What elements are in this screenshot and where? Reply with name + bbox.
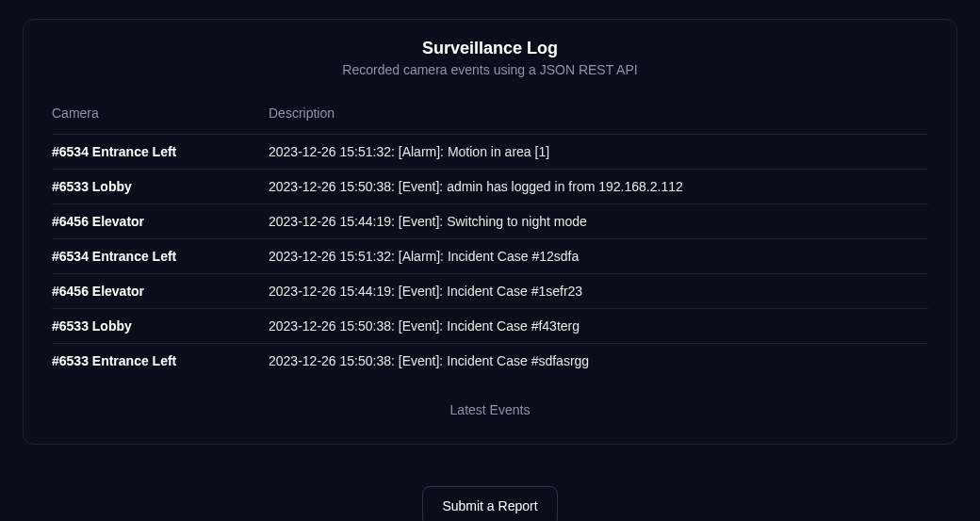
table-cell-description: 2023-12-26 15:44:19: [Event]: Incident C… (269, 274, 928, 309)
table-row: #6456 Elevator2023-12-26 15:44:19: [Even… (52, 274, 928, 309)
table-cell-description: 2023-12-26 15:50:38: [Event]: admin has … (269, 170, 928, 204)
table-header-description: Description (269, 106, 928, 135)
table-cell-camera: #6533 Entrance Left (52, 344, 269, 379)
table-row: #6533 Lobby2023-12-26 15:50:38: [Event]:… (52, 309, 928, 344)
table-caption: Latest Events (52, 402, 928, 417)
table-row: #6456 Elevator2023-12-26 15:44:19: [Even… (52, 204, 928, 239)
table-cell-camera: #6533 Lobby (52, 309, 269, 344)
table-header-camera: Camera (52, 106, 269, 135)
table-row: #6534 Entrance Left2023-12-26 15:51:32: … (52, 239, 928, 274)
table-row: #6534 Entrance Left2023-12-26 15:51:32: … (52, 135, 928, 170)
table-cell-camera: #6534 Entrance Left (52, 239, 269, 274)
table-row: #6533 Lobby2023-12-26 15:50:38: [Event]:… (52, 170, 928, 204)
submit-report-button[interactable]: Submit a Report (422, 486, 557, 521)
table-cell-description: 2023-12-26 15:50:38: [Event]: Incident C… (269, 309, 928, 344)
table-cell-description: 2023-12-26 15:51:32: [Alarm]: Incident C… (269, 239, 928, 274)
table-cell-camera: #6456 Elevator (52, 204, 269, 239)
events-table: Camera Description #6534 Entrance Left20… (52, 106, 928, 378)
table-row: #6533 Entrance Left2023-12-26 15:50:38: … (52, 344, 928, 379)
surveillance-log-card: Surveillance Log Recorded camera events … (23, 19, 957, 445)
table-cell-description: 2023-12-26 15:44:19: [Event]: Switching … (269, 204, 928, 239)
card-title: Surveillance Log (52, 39, 928, 58)
button-container: Submit a Report (23, 486, 957, 521)
table-cell-camera: #6534 Entrance Left (52, 135, 269, 170)
table-cell-camera: #6533 Lobby (52, 170, 269, 204)
table-cell-description: 2023-12-26 15:50:38: [Event]: Incident C… (269, 344, 928, 379)
table-cell-camera: #6456 Elevator (52, 274, 269, 309)
card-subtitle: Recorded camera events using a JSON REST… (52, 62, 928, 77)
table-cell-description: 2023-12-26 15:51:32: [Alarm]: Motion in … (269, 135, 928, 170)
